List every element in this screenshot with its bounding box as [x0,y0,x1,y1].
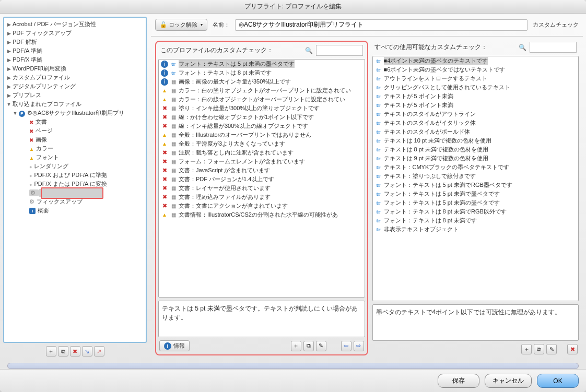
tree-profile[interactable]: ▼⚙◎AC8サクサクIllustrator印刷用プリ [5,109,145,117]
import-button[interactable]: ↘ [82,346,92,357]
text-icon: tr [375,67,382,73]
check-row[interactable]: ✖▦文書：埋め込みファイルがあります [159,193,365,201]
delete-button[interactable]: ✖ [70,346,80,357]
right-search-input[interactable] [530,42,577,53]
tree-child[interactable]: PDF/X または PDF/A に変換 [5,180,145,188]
tree-child[interactable]: フォント [5,153,145,162]
left-edit-button[interactable]: ✎ [316,341,326,351]
tree-child[interactable]: 画像 [5,135,145,144]
check-row[interactable]: ✖▦文書：文書にアクションが含まれています [159,201,365,210]
profile-name-input[interactable] [235,19,528,31]
check-row[interactable]: trテキストは 9 pt 未満で複数の色材を使用 [373,154,579,163]
text-icon: tr [375,147,382,152]
category-tree[interactable]: ▶Acrobat / PDF バージョン互換性▶PDF フィックスアップ▶PDF… [3,17,147,343]
add-button[interactable]: ＋ [46,346,56,357]
check-row[interactable]: ▲▦カラー：白の線オブジェクトがオーバープリントに設定されてい [159,95,365,104]
check-row[interactable]: trテキストが 5 ポイント未満 [373,92,579,101]
profile-checks-list[interactable]: itrフォント：テキストは 5 pt 未満の墨ベタですitrフォント：テキストは… [158,59,365,298]
text-icon: tr [375,156,382,161]
tree-child[interactable]: PDF/X および PDF/A に準拠 [5,171,145,180]
right-dup-button[interactable]: ⧉ [534,344,544,354]
check-row[interactable]: trクリッピングパスとして使用されているテキスト [373,83,579,92]
check-row[interactable]: trフォント：テキストは 5 pt 未満で墨ベタです [373,189,579,198]
check-row[interactable]: trテキストのスタイルがボールド体 [373,127,579,136]
right-add-button[interactable]: ＋ [521,344,532,354]
check-row[interactable]: trテキストが 5 ポイント未満 [373,101,579,110]
text-icon: tr [375,120,382,126]
tree-item[interactable]: ▶プリプレス [5,91,145,100]
horizontal-scrollbar[interactable] [7,363,579,369]
right-delete-button[interactable]: ✖ [567,344,578,354]
export-button[interactable]: ↗ [94,346,104,357]
ok-button[interactable]: OK [537,374,579,388]
tree-child[interactable]: 文書 [5,117,145,126]
error-icon: ✖ [161,194,168,200]
tree-child[interactable]: 概要 [5,206,145,215]
check-row[interactable]: tr■4ポイント未満の墨ベタのテキストです [373,56,579,65]
tree-child[interactable]: レンダリング [5,162,145,171]
tree-child[interactable]: フィックスアップ [5,197,145,206]
cancel-button[interactable]: キャンセル [485,374,532,388]
check-row[interactable]: ✖▦線：かけ合わせ線オブジェクトが1ポイント以下です [159,113,365,122]
right-edit-button[interactable]: ✎ [546,344,557,354]
tree-item[interactable]: ▶PDF/A 準拠 [5,46,145,55]
topbar: ロック解除 ▾ 名前： カスタムチェック [151,17,583,37]
text-icon: tr [170,61,177,67]
check-row[interactable]: trフォント：テキストは 5 pt 未満でRGB墨ベタです [373,181,579,189]
check-row[interactable]: trテキストのスタイルがアウトライン [373,110,579,118]
check-row[interactable]: trフォント：テキストは 5 pt 未満の墨ベタです [373,198,579,207]
check-row[interactable]: ✖▦線：インキ総量が300%以上の線オブジェクトです [159,122,365,130]
check-row[interactable]: ▲▦全般：平滑度が3より大きくなっています [159,139,365,148]
check-row[interactable]: ✖▦文書：JavaScript が含まれています [159,166,365,175]
check-row[interactable]: trフォント：テキストは 8 pt 未満でRGB以外です [373,207,579,216]
tree-child[interactable]: カスタムチェック [5,188,145,197]
check-row[interactable]: ✖▦文書：レイヤーが使用されています [159,184,365,193]
check-row[interactable]: trテキスト：塗りつぶしで線付きです [373,172,579,181]
left-search-input[interactable] [316,45,363,56]
info-button[interactable]: i情報 [159,340,190,351]
text-icon: tr [375,102,382,108]
tree-item[interactable]: ▶WordPDF印刷用変換 [5,64,145,73]
warning-icon: ▲ [161,88,168,93]
check-row[interactable]: trテキストは 10 pt 未満で複数の色材を使用 [373,136,579,145]
left-add-button[interactable]: ＋ [291,341,301,351]
check-row[interactable]: ✖▦文書：PDF バージョンが1.4以上です [159,175,365,184]
lock-dropdown[interactable]: ロック解除 ▾ [155,19,207,31]
save-button[interactable]: 保存 [438,374,479,388]
check-row[interactable]: trテキストのスタイルがイタリック体 [373,118,579,127]
check-row[interactable]: i▦画像：画像の最大インキ量が350%以上です [159,77,365,86]
tree-item[interactable]: ▶デジタルプリンティング [5,82,145,91]
warning-icon: ▲ [161,212,168,218]
tree-item[interactable]: ▶カスタムプロファイル [5,73,145,82]
check-row[interactable]: itrフォント：テキストは 5 pt 未満の墨ベタです [159,60,365,68]
check-row[interactable]: ✖▦塗り：インキ総量が300%以上の塗りオブジェクトです [159,104,365,113]
tree-item[interactable]: ▶PDF/X 準拠 [5,55,145,64]
tree-item[interactable]: ▶PDF 解析 [5,38,145,46]
move-right-button[interactable]: ⇨ [354,341,364,351]
error-icon: ✖ [161,149,168,156]
tree-item-open[interactable]: ▼取り込まれたプロファイル [5,100,145,109]
check-row[interactable]: trテキスト：CMYKブラックの墨ベタテキストです [373,163,579,172]
duplicate-button[interactable]: ⧉ [58,346,68,357]
tree-item[interactable]: ▶PDF フィックスアップ [5,29,145,38]
tree-item[interactable]: ▶Acrobat / PDF バージョン互換性 [5,20,145,29]
check-row[interactable]: ▲▦カラー：白の塗りオブジェクトがオーバープリントに設定されてい [159,86,365,95]
check-row[interactable]: itrフォント：テキストは 8 pt 未満です [159,68,365,77]
info-icon: i [161,78,168,86]
move-left-button[interactable]: ⇦ [341,341,351,351]
error-icon: ✖ [161,185,168,192]
left-dup-button[interactable]: ⧉ [303,341,314,351]
available-checks-list[interactable]: tr■4ポイント未満の墨ベタのテキストですtr■6ポイント未満の墨ベタではないテ… [372,56,579,301]
check-row[interactable]: trテキストは 8 pt 未満で複数の色材を使用 [373,145,579,154]
tree-child[interactable]: ページ [5,126,145,135]
tree-child[interactable]: カラー [5,144,145,153]
check-row[interactable]: ▲▦文書情報：IllustratorCS/CS2の分割された水平線の可能性があ [159,210,365,219]
check-row[interactable]: tr■6ポイント未満の墨ベタではないテキストです [373,65,579,74]
check-row[interactable]: ✖▦フォーム：フォームエレメントが含まれています [159,157,365,166]
check-row[interactable]: ▲▦全般：Illustratorのオーバープリントではありません [159,130,365,139]
check-row[interactable]: ✖▦注釈：裁ち落とし内に注釈が含まれています [159,148,365,157]
check-row[interactable]: trアウトラインをストロークするテキスト [373,74,579,83]
object-icon: ▦ [170,79,177,85]
check-row[interactable]: tr非表示テキストオブジェクト [373,225,579,234]
check-row[interactable]: trフォント：テキストは 8 pt 未満です [373,216,579,225]
